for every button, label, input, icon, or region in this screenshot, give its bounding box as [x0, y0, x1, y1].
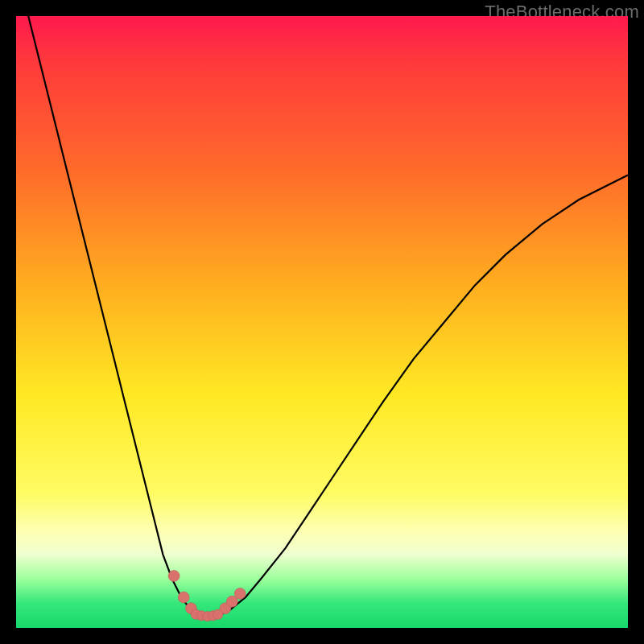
curve-right-branch: [218, 175, 628, 616]
chart-frame: [16, 16, 628, 628]
chart-svg: [16, 16, 628, 628]
marker-layer: [168, 570, 246, 621]
curve-left-branch: [28, 16, 200, 616]
data-marker: [234, 588, 246, 599]
data-marker: [213, 609, 223, 619]
data-marker: [168, 570, 180, 581]
data-marker: [178, 592, 189, 603]
